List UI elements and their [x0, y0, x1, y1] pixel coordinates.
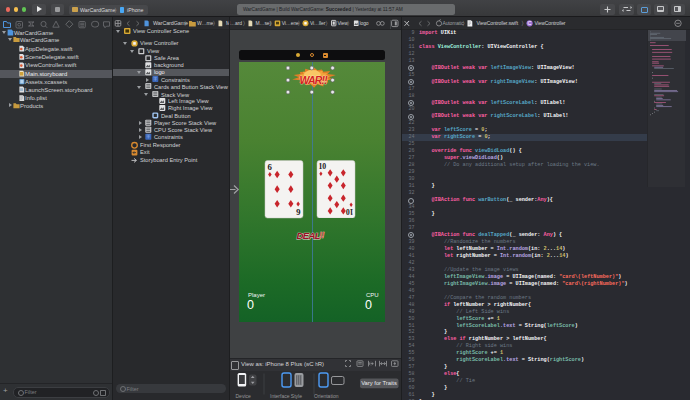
- svg-text:Device: Device: [236, 393, 252, 399]
- svg-text:10: 10: [318, 162, 326, 171]
- svg-text:C: C: [528, 20, 532, 26]
- svg-text:10: 10: [346, 207, 354, 216]
- svg-text:6: 6: [267, 162, 272, 172]
- svg-text:DEAL: DEAL: [297, 230, 321, 241]
- svg-text:Interface Style: Interface Style: [270, 393, 302, 399]
- svg-text:!!: !!: [319, 230, 324, 240]
- svg-text:Orientation: Orientation: [314, 393, 339, 399]
- svg-text:6: 6: [296, 207, 301, 217]
- svg-text:Vary for Traits: Vary for Traits: [361, 380, 397, 386]
